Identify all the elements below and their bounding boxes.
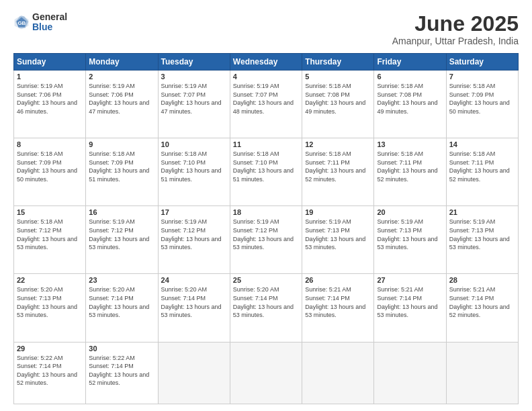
- cell-info: Sunrise: 5:19 AMSunset: 7:12 PMDaylight:…: [89, 218, 149, 250]
- cell-info: Sunrise: 5:22 AMSunset: 7:14 PMDaylight:…: [89, 355, 149, 387]
- table-row: 26Sunrise: 5:21 AMSunset: 7:14 PMDayligh…: [302, 274, 374, 342]
- day-number: 11: [233, 140, 299, 148]
- col-monday: Monday: [86, 54, 158, 71]
- col-thursday: Thursday: [302, 54, 374, 71]
- cell-info: Sunrise: 5:21 AMSunset: 7:14 PMDaylight:…: [377, 286, 437, 318]
- table-row: 11Sunrise: 5:18 AMSunset: 7:10 PMDayligh…: [230, 138, 302, 206]
- cell-info: Sunrise: 5:18 AMSunset: 7:09 PMDaylight:…: [89, 150, 149, 183]
- cell-info: Sunrise: 5:18 AMSunset: 7:09 PMDaylight:…: [449, 83, 510, 115]
- day-number: 10: [161, 140, 227, 148]
- day-number: 24: [161, 276, 227, 284]
- cell-info: Sunrise: 5:19 AMSunset: 7:13 PMDaylight:…: [449, 218, 510, 250]
- cell-info: Sunrise: 5:22 AMSunset: 7:14 PMDaylight:…: [17, 355, 77, 387]
- day-number: 2: [89, 73, 154, 81]
- day-number: 12: [305, 140, 371, 148]
- calendar-table: Sunday Monday Tuesday Wednesday Thursday…: [13, 53, 519, 404]
- day-number: 3: [161, 73, 227, 81]
- table-row: 14Sunrise: 5:18 AMSunset: 7:11 PMDayligh…: [446, 138, 518, 206]
- day-number: 14: [449, 140, 515, 148]
- table-row: 16Sunrise: 5:19 AMSunset: 7:12 PMDayligh…: [86, 206, 158, 274]
- logo-general: General: [32, 11, 67, 22]
- day-number: 9: [89, 140, 154, 148]
- cell-info: Sunrise: 5:18 AMSunset: 7:10 PMDaylight:…: [233, 150, 294, 183]
- table-row: [158, 342, 230, 404]
- table-row: 3Sunrise: 5:19 AMSunset: 7:07 PMDaylight…: [158, 71, 230, 138]
- cell-info: Sunrise: 5:19 AMSunset: 7:07 PMDaylight:…: [233, 83, 294, 115]
- cell-info: Sunrise: 5:18 AMSunset: 7:08 PMDaylight:…: [377, 83, 437, 115]
- title-block: June 2025 Amanpur, Uttar Pradesh, India: [392, 12, 519, 46]
- table-row: 10Sunrise: 5:18 AMSunset: 7:10 PMDayligh…: [158, 138, 230, 206]
- day-number: 16: [89, 208, 154, 216]
- day-number: 6: [377, 73, 443, 81]
- day-number: 19: [305, 208, 371, 216]
- col-wednesday: Wednesday: [230, 54, 302, 71]
- cell-info: Sunrise: 5:18 AMSunset: 7:10 PMDaylight:…: [161, 150, 222, 183]
- table-row: 7Sunrise: 5:18 AMSunset: 7:09 PMDaylight…: [446, 71, 518, 138]
- cell-info: Sunrise: 5:21 AMSunset: 7:14 PMDaylight:…: [449, 286, 510, 318]
- table-row: 6Sunrise: 5:18 AMSunset: 7:08 PMDaylight…: [374, 71, 446, 138]
- cell-info: Sunrise: 5:20 AMSunset: 7:14 PMDaylight:…: [233, 286, 294, 318]
- table-row: [230, 342, 302, 404]
- table-row: 29Sunrise: 5:22 AMSunset: 7:14 PMDayligh…: [14, 342, 86, 404]
- day-number: 23: [89, 276, 154, 284]
- day-number: 26: [305, 276, 371, 284]
- day-number: 29: [17, 345, 83, 353]
- day-number: 22: [17, 276, 83, 284]
- svg-text:GB: GB: [17, 20, 26, 26]
- table-row: 9Sunrise: 5:18 AMSunset: 7:09 PMDaylight…: [86, 138, 158, 206]
- table-row: 4Sunrise: 5:19 AMSunset: 7:07 PMDaylight…: [230, 71, 302, 138]
- table-row: 28Sunrise: 5:21 AMSunset: 7:14 PMDayligh…: [446, 274, 518, 342]
- table-row: 19Sunrise: 5:19 AMSunset: 7:13 PMDayligh…: [302, 206, 374, 274]
- table-row: 30Sunrise: 5:22 AMSunset: 7:14 PMDayligh…: [86, 342, 158, 404]
- day-number: 7: [449, 73, 515, 81]
- col-sunday: Sunday: [14, 54, 86, 71]
- col-tuesday: Tuesday: [158, 54, 230, 71]
- cell-info: Sunrise: 5:19 AMSunset: 7:13 PMDaylight:…: [305, 218, 365, 250]
- table-row: 18Sunrise: 5:19 AMSunset: 7:12 PMDayligh…: [230, 206, 302, 274]
- cell-info: Sunrise: 5:18 AMSunset: 7:11 PMDaylight:…: [305, 150, 365, 183]
- logo-text: General Blue: [32, 12, 67, 33]
- cell-info: Sunrise: 5:20 AMSunset: 7:14 PMDaylight:…: [161, 286, 222, 318]
- cell-info: Sunrise: 5:19 AMSunset: 7:07 PMDaylight:…: [161, 83, 222, 115]
- table-row: 5Sunrise: 5:18 AMSunset: 7:08 PMDaylight…: [302, 71, 374, 138]
- table-row: 21Sunrise: 5:19 AMSunset: 7:13 PMDayligh…: [446, 206, 518, 274]
- table-row: [302, 342, 374, 404]
- cell-info: Sunrise: 5:19 AMSunset: 7:06 PMDaylight:…: [89, 83, 149, 115]
- day-number: 17: [161, 208, 227, 216]
- table-row: 23Sunrise: 5:20 AMSunset: 7:14 PMDayligh…: [86, 274, 158, 342]
- header: GB General Blue June 2025 Amanpur, Uttar…: [13, 12, 519, 46]
- day-number: 8: [17, 140, 83, 148]
- cell-info: Sunrise: 5:18 AMSunset: 7:12 PMDaylight:…: [17, 218, 77, 250]
- cell-info: Sunrise: 5:19 AMSunset: 7:13 PMDaylight:…: [377, 218, 437, 250]
- day-number: 25: [233, 276, 299, 284]
- logo: GB General Blue: [13, 12, 67, 33]
- table-row: 13Sunrise: 5:18 AMSunset: 7:11 PMDayligh…: [374, 138, 446, 206]
- table-row: 27Sunrise: 5:21 AMSunset: 7:14 PMDayligh…: [374, 274, 446, 342]
- month-year: June 2025: [392, 12, 519, 36]
- table-row: [446, 342, 518, 404]
- table-row: 1Sunrise: 5:19 AMSunset: 7:06 PMDaylight…: [14, 71, 86, 138]
- table-row: 20Sunrise: 5:19 AMSunset: 7:13 PMDayligh…: [374, 206, 446, 274]
- table-row: 17Sunrise: 5:19 AMSunset: 7:12 PMDayligh…: [158, 206, 230, 274]
- table-row: 25Sunrise: 5:20 AMSunset: 7:14 PMDayligh…: [230, 274, 302, 342]
- cell-info: Sunrise: 5:19 AMSunset: 7:12 PMDaylight:…: [161, 218, 222, 250]
- day-number: 15: [17, 208, 83, 216]
- col-friday: Friday: [374, 54, 446, 71]
- table-row: 12Sunrise: 5:18 AMSunset: 7:11 PMDayligh…: [302, 138, 374, 206]
- calendar-header-row: Sunday Monday Tuesday Wednesday Thursday…: [14, 54, 519, 71]
- cell-info: Sunrise: 5:18 AMSunset: 7:11 PMDaylight:…: [449, 150, 510, 183]
- cell-info: Sunrise: 5:20 AMSunset: 7:14 PMDaylight:…: [89, 286, 149, 318]
- cell-info: Sunrise: 5:19 AMSunset: 7:12 PMDaylight:…: [233, 218, 294, 250]
- location: Amanpur, Uttar Pradesh, India: [392, 36, 519, 46]
- day-number: 27: [377, 276, 443, 284]
- day-number: 4: [233, 73, 299, 81]
- day-number: 20: [377, 208, 443, 216]
- day-number: 21: [449, 208, 515, 216]
- cell-info: Sunrise: 5:19 AMSunset: 7:06 PMDaylight:…: [17, 83, 77, 115]
- table-row: 8Sunrise: 5:18 AMSunset: 7:09 PMDaylight…: [14, 138, 86, 206]
- day-number: 5: [305, 73, 371, 81]
- cell-info: Sunrise: 5:20 AMSunset: 7:13 PMDaylight:…: [17, 286, 77, 318]
- page: GB General Blue June 2025 Amanpur, Uttar…: [0, 0, 532, 411]
- table-row: 24Sunrise: 5:20 AMSunset: 7:14 PMDayligh…: [158, 274, 230, 342]
- table-row: [374, 342, 446, 404]
